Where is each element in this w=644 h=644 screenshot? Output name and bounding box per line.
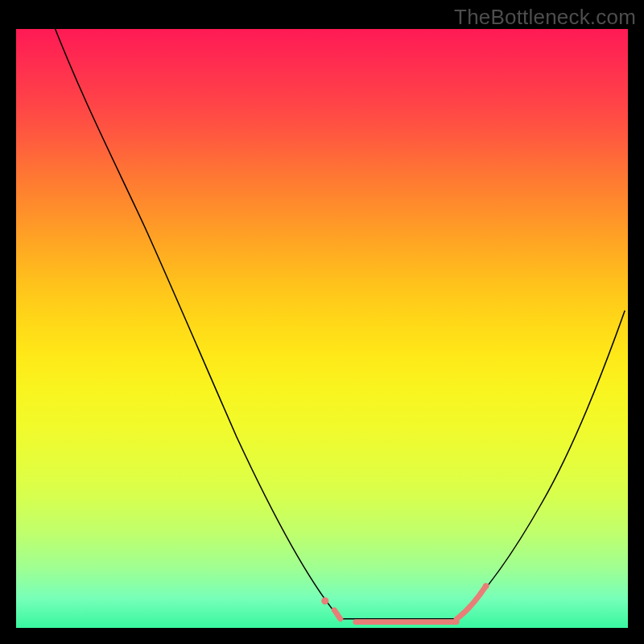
highlight-dot-start — [321, 597, 328, 605]
curve-svg — [16, 29, 628, 628]
highlight-right — [456, 586, 485, 619]
highlight-stub — [334, 610, 341, 619]
watermark-label: TheBottleneck.com — [454, 5, 636, 30]
chart-area — [16, 29, 628, 628]
highlight-dot-end — [483, 583, 489, 588]
bottleneck-curve-left — [53, 23, 341, 619]
bottleneck-curve-right — [456, 311, 625, 619]
